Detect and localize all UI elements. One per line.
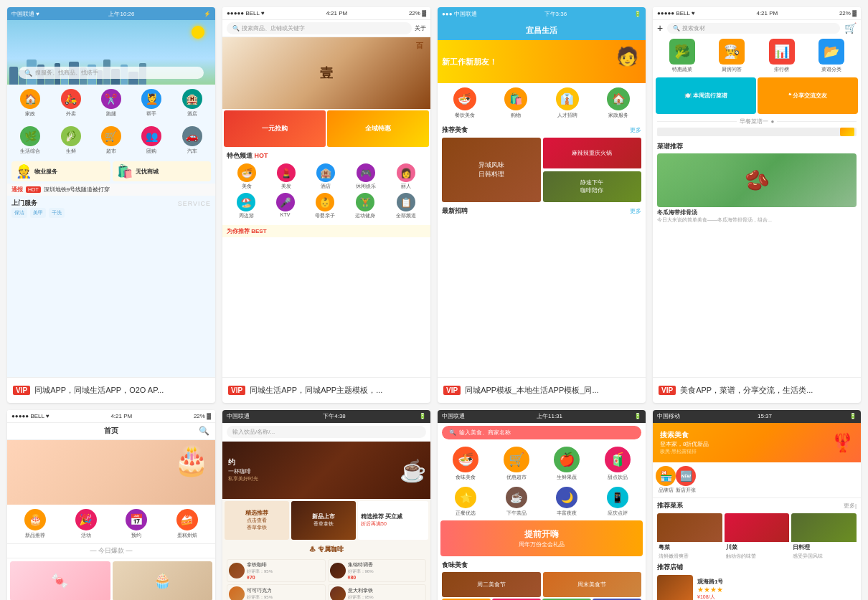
news-bar: 通报 HOT 深圳地铁9号线隧道被打穿 (7, 184, 215, 196)
menu-shengxian[interactable]: 🍎 生鲜果蔬 (554, 447, 580, 481)
phone-mockup-8: 中国移动 15:37 🔋 搜索美食 登本家，8折优新品 极黑·黑松露猫排 🦞 (653, 410, 861, 600)
app-title-3: 宜昌生活 (438, 20, 646, 40)
nav-fenlei[interactable]: 📂 菜谱分类 (819, 39, 844, 73)
ch-liren[interactable]: 👩 丽人 (397, 163, 415, 190)
icon-item-qiche[interactable]: 🚗 汽车 (179, 126, 205, 155)
store-item-1[interactable]: 观海路1号 ★★★★ ¥108/人 (657, 575, 857, 600)
icon-item-jiudian[interactable]: 🏨 酒店 (179, 89, 205, 118)
icon-item-shengxian[interactable]: 🥬 生鲜 (58, 126, 84, 155)
card-8: 中国移动 15:37 🔋 搜索美食 登本家，8折优新品 极黑·黑松露猫排 🦞 (653, 410, 861, 600)
menu-zhengcan[interactable]: ⭐ 正餐优选 (455, 487, 476, 517)
service-section: 上门服务 SERVICE 保洁 美甲 干洗 (7, 196, 215, 221)
food-card-3[interactable]: 静途下午咖啡陪你 (543, 171, 642, 203)
product-qingsheng[interactable]: 🍬 — 庆生附品 (10, 561, 110, 600)
ch-jiudian[interactable]: 🏨 酒店 (316, 163, 335, 190)
menu-pingj[interactable]: 📱 应庆点评 (607, 487, 628, 517)
icon-item-tuangou[interactable]: 👥 团购 (138, 126, 164, 155)
search-row-2: 🔍 搜索商品、店铺或关键字 关于 (222, 20, 430, 37)
food-item-2[interactable]: 周末美食节 (543, 572, 642, 597)
channel-row-2: 🏖️ 周边游 🎤 KTV 👶 母婴亲子 🏋️ (227, 193, 426, 219)
card-4: ●●●●● BELL ♥ 4:21 PM 22% ▓ + 🔍 搜索食材 🛒 (653, 7, 861, 403)
hot-channels: 特色频道 HOT 🍜 美食 💄 美发 🏨 酒店 (222, 148, 430, 225)
menu-yexiao[interactable]: 🌙 丰富夜夜 (556, 487, 577, 517)
food-section-3: 推荐美食 更多 异域风味日韩料理 麻辣辣重庆火锅 静途下午咖啡陪你 (438, 123, 646, 204)
menu-gouwu[interactable]: 🛍️ 购物 (492, 87, 541, 119)
ch-yule[interactable]: 🎮 休闲娱乐 (356, 163, 376, 190)
promo-row-2: 一元抢购 全域特惠 (222, 109, 430, 148)
phone-mockup-4: ●●●●● BELL ♥ 4:21 PM 22% ▓ + 🔍 搜索食材 🛒 (653, 7, 861, 377)
coffee-item-2[interactable]: 集锦特调香 好评率：96% ¥80 (328, 559, 427, 582)
menu-rencai[interactable]: 👔 人才招聘 (543, 87, 592, 119)
top-row-4: + 🔍 搜索食材 🛒 (653, 20, 861, 36)
main-grid: 中国联通 ♥ 上午10:26 ⚡ (0, 0, 868, 600)
icon-huodong[interactable]: 🎉 活动 (75, 509, 97, 539)
coffee-item-3[interactable]: 可可巧克力 好评率：95% (227, 584, 326, 600)
nav-paihang[interactable]: 📊 排行榜 (769, 39, 795, 73)
card-label-1: VIP 同城APP，同域生活APP，O2O AP... (7, 377, 215, 403)
card-title-1: 同城APP，同域生活APP，O2O AP... (34, 385, 164, 395)
cuisine-ri[interactable]: 日料理 感受异国风味 (791, 513, 857, 560)
nav-wenwen[interactable]: 👨‍🍳 厨房问答 (719, 39, 745, 73)
menu-row-7-1: 🍜 食味美食 🛒 优惠超市 🍎 生鲜果蔬 🧃 甜点饮品 (438, 442, 646, 485)
home-nav-5: 首页 🔍 (7, 423, 215, 440)
icon-hongbei[interactable]: 🍰 蛋糕烘焙 (176, 509, 198, 539)
search-input-6[interactable]: 输入饮品/名称/... (227, 426, 426, 438)
recommend-section-8: 推荐菜系 更多| 粤菜 清鲜嫩滑爽香 川菜 触动你的味蕾 (653, 498, 861, 600)
icon-xinpin[interactable]: 🎂 新品推荐 (24, 509, 46, 539)
icon-item-shenghuo[interactable]: 🌿 生活综合 (17, 126, 43, 155)
icon-item-waimai[interactable]: 🛵 外卖 (58, 89, 84, 118)
recipe-section: 早餐菜谱一 ● (653, 115, 861, 141)
ch-muying[interactable]: 👶 母婴亲子 (315, 193, 335, 219)
status-bar-1: 中国联通 ♥ 上午10:26 ⚡ (7, 7, 215, 20)
phone-mockup-6: 中国联通 下午4:38 🔋 输入饮品/名称/... 约 一杯咖啡 私享美好时光 … (222, 410, 430, 600)
cuisine-chuan[interactable]: 川菜 触动你的味蕾 (725, 513, 790, 560)
top-nav-4: 🥦 特惠蔬菜 👨‍🍳 厨房问答 📊 排行榜 📂 菜谱分类 (653, 36, 861, 76)
cuisine-yue[interactable]: 粤菜 清鲜嫩滑爽香 (657, 513, 722, 560)
menu-canyin[interactable]: 🍜 餐饮美食 (440, 87, 489, 119)
phone-mockup-5: ●●●●● BELL ♥ 4:21 PM 22% ▓ 首页 🔍 🎂 蛋糕世界·甜… (7, 410, 215, 600)
banner-1: 🔍 搜服务、找商品、找搭手 (7, 20, 215, 85)
menu-xiawu[interactable]: ☕ 下午茶品 (506, 487, 527, 517)
vip-badge-1: VIP (13, 386, 30, 395)
ch-meishi[interactable]: 🍜 美食 (237, 163, 256, 190)
promo-section-6: 精选推荐 点击查看 香草拿铁 新品上市 香草拿铁 精选推荐 买立减 折后再满50 (222, 499, 430, 542)
food-item-1[interactable]: 周二美食节 (442, 572, 541, 597)
today-hot: — 今日爆款 — (7, 543, 215, 558)
food-card-1[interactable]: 异域风味日韩料理 (442, 138, 541, 202)
icon-item-jiazhen[interactable]: 🏠 家政 (17, 89, 43, 118)
coffee-item-4[interactable]: 意大利拿铁 好评率：95% (328, 584, 427, 600)
menu-shiwei[interactable]: 🍜 食味美食 (453, 447, 478, 481)
ch-zhoubianyu[interactable]: 🏖️ 周边游 (237, 193, 255, 219)
icon-row-1: 🏠 家政 🛵 外卖 ✂️ 跑腿 💆 帮手 (7, 85, 215, 122)
menu-youhui[interactable]: 🛒 优惠超市 (504, 447, 529, 481)
product-moco[interactable]: 🧁 MOCO (113, 561, 213, 600)
icon-item-chaoshi[interactable]: 🛒 超市 (98, 126, 124, 155)
card-title-3: 同城APP模板_本地生活APP模板_同... (465, 385, 598, 395)
icon-item-bangshou[interactable]: 💆 帮手 (138, 89, 164, 118)
ch-meifa[interactable]: 💄 美发 (277, 163, 296, 190)
card-7: 中国联通 上午11:31 🔋 🔍 输入美食、商家名称 🍜 食味美食 (438, 410, 646, 600)
phone-mockup-1: 中国联通 ♥ 上午10:26 ⚡ (7, 7, 215, 377)
ch-quanbu[interactable]: 📋 全部频道 (396, 193, 416, 219)
ch-ktv[interactable]: 🎤 KTV (276, 193, 295, 219)
phone-screen-6: 中国联通 下午4:38 🔋 输入饮品/名称/... 约 一杯咖啡 私享美好时光 … (222, 410, 430, 600)
coffee-item-1[interactable]: 拿铁咖啡 好评率：95% ¥70 (227, 559, 326, 582)
menu-jiazh[interactable]: 🏠 家政服务 (595, 87, 643, 119)
menu-row-7-2: ⭐ 正餐优选 ☕ 下午茶品 🌙 丰富夜夜 📱 应庆点评 (438, 485, 646, 518)
card-1: 中国联通 ♥ 上午10:26 ⚡ (7, 7, 215, 403)
nav-shucai[interactable]: 🥦 特惠蔬菜 (669, 39, 695, 73)
food-card-2[interactable]: 麻辣辣重庆火锅 (543, 138, 642, 169)
nav-dacu[interactable]: 🆕 新店开张 (676, 466, 696, 494)
phone-screen-5: ●●●●● BELL ♥ 4:21 PM 22% ▓ 首页 🔍 🎂 蛋糕世界·甜… (7, 410, 215, 600)
icon-row-2: 🌿 生活综合 🥬 生鲜 🛒 超市 👥 团购 (7, 122, 215, 159)
ch-yundong[interactable]: 🏋️ 运动健身 (355, 193, 375, 219)
status-bar-2: ●●●●● BELL ♥ 4:21 PM 22% ▓ (222, 7, 430, 20)
nav-pinpai[interactable]: 🏪 品牌店 (656, 466, 676, 494)
coffee-list: 拿铁咖啡 好评率：95% ¥70 集锦特调香 好评率：96% ¥80 (222, 557, 430, 600)
card-2: ●●●●● BELL ♥ 4:21 PM 22% ▓ 🔍 搜索商品、店铺或关键字… (222, 7, 430, 403)
menu-tian[interactable]: 🧃 甜点饮品 (605, 447, 631, 481)
status-bar-3: ●●● 中国联通 下午3:36 🔋 (438, 7, 646, 20)
phone-screen-8: 中国移动 15:37 🔋 搜索美食 登本家，8折优新品 极黑·黑松露猫排 🦞 (653, 410, 861, 600)
icon-yuyue[interactable]: 📅 预约 (126, 509, 147, 539)
icon-item-paotui[interactable]: ✂️ 跑腿 (98, 89, 124, 118)
